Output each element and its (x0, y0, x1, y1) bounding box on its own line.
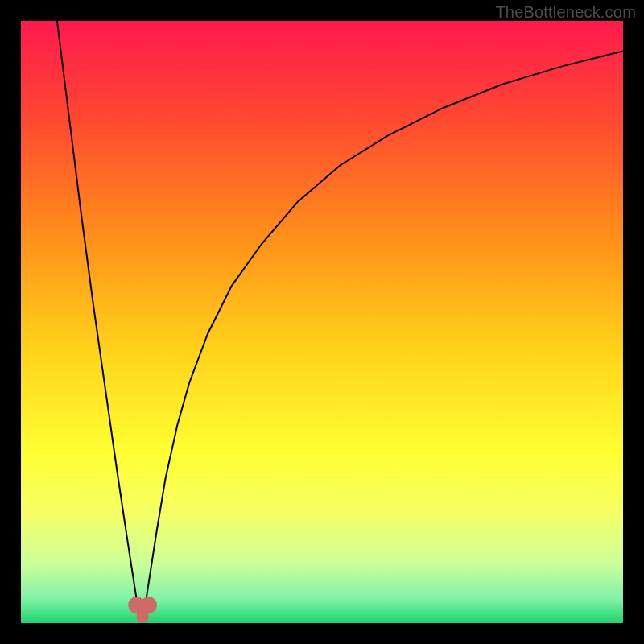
chart-frame: TheBottleneck.com (0, 0, 644, 644)
trough-right (140, 597, 157, 613)
chart-background (21, 21, 623, 623)
watermark-text: TheBottleneck.com (495, 3, 636, 22)
chart-plot-area (21, 21, 623, 623)
chart-svg (21, 21, 623, 623)
